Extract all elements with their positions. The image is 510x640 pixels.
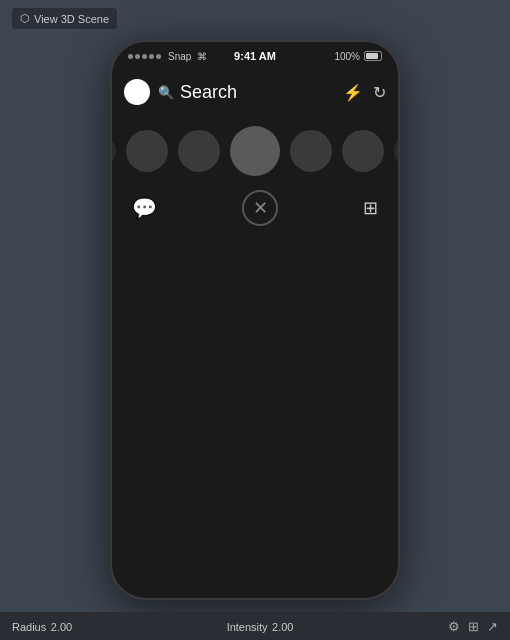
battery-icon: [364, 51, 382, 61]
radius-param: Radius 2.00: [12, 617, 72, 635]
view-3d-label: View 3D Scene: [34, 13, 109, 25]
filter-circle-far-right[interactable]: [394, 136, 398, 166]
search-icon: 🔍: [158, 85, 174, 100]
chat-icon-button[interactable]: 💬: [132, 196, 157, 220]
layout-icon-button[interactable]: ⊞: [363, 197, 378, 219]
search-bar: 🔍 Search ⚡ ↻: [112, 70, 398, 114]
phone-frame: Snap ⌘ 9:41 AM 100% 🔍 Search ⚡ ↻: [110, 40, 400, 600]
search-label: Search: [180, 82, 237, 103]
search-right: ⚡ ↻: [343, 83, 386, 102]
filter-circle-far-left[interactable]: [112, 136, 116, 166]
filter-circle-4[interactable]: [342, 130, 384, 172]
filter-circle-active[interactable]: [230, 126, 280, 176]
signal-dot-1: [128, 54, 133, 59]
share-icon[interactable]: ↗: [487, 619, 498, 634]
top-bar: ⬡ View 3D Scene: [12, 8, 117, 29]
filter-circle-2[interactable]: [178, 130, 220, 172]
carrier-label: Snap: [168, 51, 191, 62]
intensity-param: Intensity 2.00: [227, 617, 294, 635]
status-bar: Snap ⌘ 9:41 AM 100%: [112, 42, 398, 70]
battery-percentage: 100%: [334, 51, 360, 62]
wifi-icon: ⌘: [197, 51, 207, 62]
signal-dots: [128, 54, 161, 59]
search-input-area[interactable]: 🔍 Search: [158, 82, 237, 103]
rotate-camera-icon[interactable]: ↻: [373, 83, 386, 102]
signal-dot-4: [149, 54, 154, 59]
filter-row: [112, 122, 398, 184]
editor-bottom-bar: Radius 2.00 Intensity 2.00 ⚙ ⊞ ↗: [0, 612, 510, 640]
view-3d-scene-button[interactable]: ⬡ View 3D Scene: [12, 8, 117, 29]
avatar[interactable]: [124, 79, 150, 105]
intensity-value: 2.00: [272, 621, 293, 633]
settings-icon[interactable]: ⚙: [448, 619, 460, 634]
battery-fill: [366, 53, 378, 59]
filter-circle-1[interactable]: [126, 130, 168, 172]
radius-value: 2.00: [51, 621, 72, 633]
radius-label: Radius: [12, 621, 46, 633]
signal-dot-2: [135, 54, 140, 59]
signal-dot-3: [142, 54, 147, 59]
signal-dot-5: [156, 54, 161, 59]
search-left: 🔍 Search: [124, 79, 237, 105]
intensity-label: Intensity: [227, 621, 268, 633]
bottom-toolbar: 💬 ✕ ⊞: [112, 114, 398, 240]
editor-icons: ⚙ ⊞ ↗: [448, 619, 498, 634]
status-left: Snap ⌘: [128, 51, 207, 62]
filter-circle-3[interactable]: [290, 130, 332, 172]
close-button[interactable]: ✕: [242, 190, 278, 226]
flash-icon[interactable]: ⚡: [343, 83, 363, 102]
action-row: 💬 ✕ ⊞: [112, 184, 398, 236]
status-time: 9:41 AM: [234, 50, 276, 62]
status-right: 100%: [334, 51, 382, 62]
cube-icon: ⬡: [20, 12, 30, 25]
close-icon: ✕: [253, 197, 268, 219]
grid-icon[interactable]: ⊞: [468, 619, 479, 634]
